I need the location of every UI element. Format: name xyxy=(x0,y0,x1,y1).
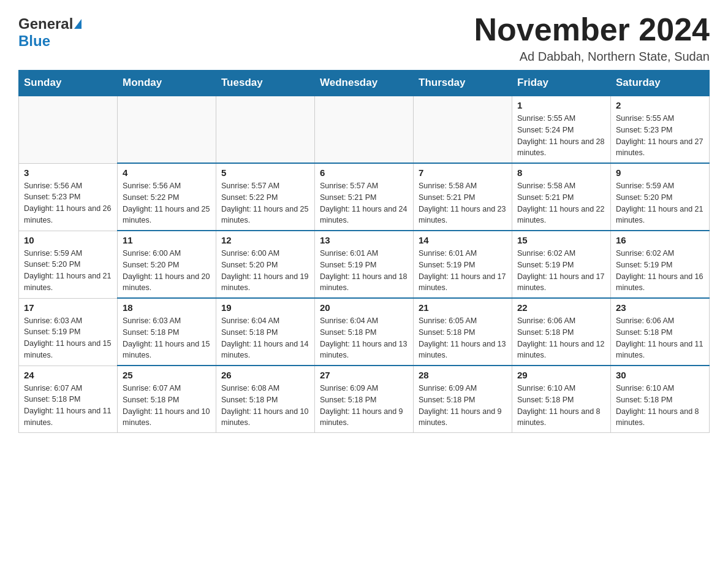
calendar-cell: 5Sunrise: 5:57 AM Sunset: 5:22 PM Daylig… xyxy=(216,163,315,231)
day-info: Sunrise: 5:58 AM Sunset: 5:21 PM Dayligh… xyxy=(517,180,605,226)
day-number: 23 xyxy=(616,302,704,313)
day-number: 29 xyxy=(517,370,605,380)
calendar-cell: 12Sunrise: 6:00 AM Sunset: 5:20 PM Dayli… xyxy=(216,231,315,298)
day-number: 10 xyxy=(24,235,112,245)
calendar-cell: 19Sunrise: 6:04 AM Sunset: 5:18 PM Dayli… xyxy=(216,298,315,366)
calendar-cell: 4Sunrise: 5:56 AM Sunset: 5:22 PM Daylig… xyxy=(118,163,216,231)
day-number: 12 xyxy=(221,235,309,245)
day-number: 22 xyxy=(517,302,605,313)
day-info: Sunrise: 6:04 AM Sunset: 5:18 PM Dayligh… xyxy=(320,315,408,361)
logo-blue-text: Blue xyxy=(18,33,50,49)
day-number: 3 xyxy=(24,167,112,178)
calendar-cell: 24Sunrise: 6:07 AM Sunset: 5:18 PM Dayli… xyxy=(19,366,118,433)
calendar-header: SundayMondayTuesdayWednesdayThursdayFrid… xyxy=(19,71,710,96)
calendar-cell xyxy=(315,96,414,163)
day-info: Sunrise: 6:08 AM Sunset: 5:18 PM Dayligh… xyxy=(221,383,309,429)
calendar-week-4: 24Sunrise: 6:07 AM Sunset: 5:18 PM Dayli… xyxy=(19,366,710,433)
day-info: Sunrise: 5:55 AM Sunset: 5:23 PM Dayligh… xyxy=(616,113,704,159)
calendar-week-0: 1Sunrise: 5:55 AM Sunset: 5:24 PM Daylig… xyxy=(19,96,710,163)
day-info: Sunrise: 6:01 AM Sunset: 5:19 PM Dayligh… xyxy=(419,248,507,294)
weekday-header-thursday: Thursday xyxy=(414,71,512,96)
calendar-cell: 26Sunrise: 6:08 AM Sunset: 5:18 PM Dayli… xyxy=(216,366,315,433)
calendar-week-2: 10Sunrise: 5:59 AM Sunset: 5:20 PM Dayli… xyxy=(19,231,710,298)
calendar-cell: 3Sunrise: 5:56 AM Sunset: 5:23 PM Daylig… xyxy=(19,163,118,231)
calendar-cell: 29Sunrise: 6:10 AM Sunset: 5:18 PM Dayli… xyxy=(512,366,611,433)
day-number: 28 xyxy=(419,370,507,380)
day-number: 4 xyxy=(123,167,211,178)
day-info: Sunrise: 5:58 AM Sunset: 5:21 PM Dayligh… xyxy=(419,180,507,226)
calendar-cell: 14Sunrise: 6:01 AM Sunset: 5:19 PM Dayli… xyxy=(414,231,512,298)
day-number: 16 xyxy=(616,235,704,245)
day-info: Sunrise: 6:09 AM Sunset: 5:18 PM Dayligh… xyxy=(419,383,507,429)
day-number: 11 xyxy=(123,235,211,245)
calendar-cell: 23Sunrise: 6:06 AM Sunset: 5:18 PM Dayli… xyxy=(611,298,710,366)
calendar-cell: 13Sunrise: 6:01 AM Sunset: 5:19 PM Dayli… xyxy=(315,231,414,298)
weekday-header-wednesday: Wednesday xyxy=(315,71,414,96)
day-info: Sunrise: 5:59 AM Sunset: 5:20 PM Dayligh… xyxy=(616,180,704,226)
calendar-cell xyxy=(19,96,118,163)
calendar-cell: 25Sunrise: 6:07 AM Sunset: 5:18 PM Dayli… xyxy=(118,366,216,433)
day-number: 1 xyxy=(517,100,605,110)
day-info: Sunrise: 6:00 AM Sunset: 5:20 PM Dayligh… xyxy=(123,248,211,294)
calendar-cell: 27Sunrise: 6:09 AM Sunset: 5:18 PM Dayli… xyxy=(315,366,414,433)
calendar-cell xyxy=(216,96,315,163)
day-info: Sunrise: 6:02 AM Sunset: 5:19 PM Dayligh… xyxy=(517,248,605,294)
day-info: Sunrise: 5:56 AM Sunset: 5:23 PM Dayligh… xyxy=(24,180,112,226)
day-number: 7 xyxy=(419,167,507,178)
calendar-subtitle: Ad Dabbah, Northern State, Sudan xyxy=(474,50,710,64)
logo: General Blue xyxy=(18,12,82,50)
calendar-cell: 21Sunrise: 6:05 AM Sunset: 5:18 PM Dayli… xyxy=(414,298,512,366)
day-number: 24 xyxy=(24,370,112,380)
day-info: Sunrise: 6:02 AM Sunset: 5:19 PM Dayligh… xyxy=(616,248,704,294)
day-number: 15 xyxy=(517,235,605,245)
calendar-cell xyxy=(414,96,512,163)
weekday-header-friday: Friday xyxy=(512,71,611,96)
weekday-header-sunday: Sunday xyxy=(19,71,118,96)
calendar-cell: 28Sunrise: 6:09 AM Sunset: 5:18 PM Dayli… xyxy=(414,366,512,433)
day-info: Sunrise: 6:10 AM Sunset: 5:18 PM Dayligh… xyxy=(517,383,605,429)
calendar-cell: 10Sunrise: 5:59 AM Sunset: 5:20 PM Dayli… xyxy=(19,231,118,298)
weekday-header-saturday: Saturday xyxy=(611,71,710,96)
day-info: Sunrise: 6:06 AM Sunset: 5:18 PM Dayligh… xyxy=(616,315,704,361)
day-info: Sunrise: 6:10 AM Sunset: 5:18 PM Dayligh… xyxy=(616,383,704,429)
day-info: Sunrise: 5:55 AM Sunset: 5:24 PM Dayligh… xyxy=(517,113,605,159)
weekday-header-tuesday: Tuesday xyxy=(216,71,315,96)
day-number: 13 xyxy=(320,235,408,245)
day-info: Sunrise: 6:06 AM Sunset: 5:18 PM Dayligh… xyxy=(517,315,605,361)
calendar-cell: 7Sunrise: 5:58 AM Sunset: 5:21 PM Daylig… xyxy=(414,163,512,231)
day-number: 30 xyxy=(616,370,704,380)
calendar-table: SundayMondayTuesdayWednesdayThursdayFrid… xyxy=(18,70,710,433)
calendar-cell: 9Sunrise: 5:59 AM Sunset: 5:20 PM Daylig… xyxy=(611,163,710,231)
day-info: Sunrise: 6:07 AM Sunset: 5:18 PM Dayligh… xyxy=(24,383,112,429)
day-number: 26 xyxy=(221,370,309,380)
day-info: Sunrise: 5:59 AM Sunset: 5:20 PM Dayligh… xyxy=(24,248,112,294)
day-number: 5 xyxy=(221,167,309,178)
day-number: 21 xyxy=(419,302,507,313)
day-number: 17 xyxy=(24,302,112,313)
day-number: 14 xyxy=(419,235,507,245)
calendar-cell: 18Sunrise: 6:03 AM Sunset: 5:18 PM Dayli… xyxy=(118,298,216,366)
day-info: Sunrise: 6:07 AM Sunset: 5:18 PM Dayligh… xyxy=(123,383,211,429)
day-info: Sunrise: 6:03 AM Sunset: 5:19 PM Dayligh… xyxy=(24,315,112,361)
calendar-cell: 2Sunrise: 5:55 AM Sunset: 5:23 PM Daylig… xyxy=(611,96,710,163)
weekday-header-row: SundayMondayTuesdayWednesdayThursdayFrid… xyxy=(19,71,710,96)
calendar-cell: 8Sunrise: 5:58 AM Sunset: 5:21 PM Daylig… xyxy=(512,163,611,231)
day-number: 2 xyxy=(616,100,704,110)
day-info: Sunrise: 6:00 AM Sunset: 5:20 PM Dayligh… xyxy=(221,248,309,294)
day-info: Sunrise: 5:56 AM Sunset: 5:22 PM Dayligh… xyxy=(123,180,211,226)
title-section: November 2024 Ad Dabbah, Northern State,… xyxy=(474,12,710,64)
calendar-cell xyxy=(118,96,216,163)
day-info: Sunrise: 6:05 AM Sunset: 5:18 PM Dayligh… xyxy=(419,315,507,361)
day-number: 25 xyxy=(123,370,211,380)
day-number: 20 xyxy=(320,302,408,313)
page-header: General Blue November 2024 Ad Dabbah, No… xyxy=(18,12,710,64)
calendar-cell: 16Sunrise: 6:02 AM Sunset: 5:19 PM Dayli… xyxy=(611,231,710,298)
calendar-cell: 15Sunrise: 6:02 AM Sunset: 5:19 PM Dayli… xyxy=(512,231,611,298)
calendar-body: 1Sunrise: 5:55 AM Sunset: 5:24 PM Daylig… xyxy=(19,96,710,433)
calendar-cell: 30Sunrise: 6:10 AM Sunset: 5:18 PM Dayli… xyxy=(611,366,710,433)
calendar-cell: 17Sunrise: 6:03 AM Sunset: 5:19 PM Dayli… xyxy=(19,298,118,366)
day-info: Sunrise: 6:09 AM Sunset: 5:18 PM Dayligh… xyxy=(320,383,408,429)
day-info: Sunrise: 5:57 AM Sunset: 5:22 PM Dayligh… xyxy=(221,180,309,226)
day-number: 19 xyxy=(221,302,309,313)
logo-arrow-icon xyxy=(74,19,82,29)
